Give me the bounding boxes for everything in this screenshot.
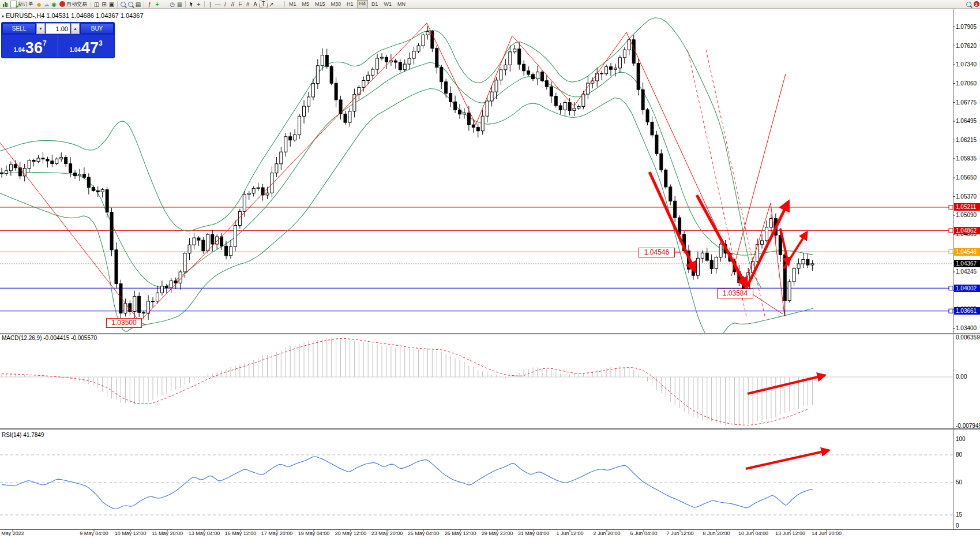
- price-callout-1.03584[interactable]: 1.03584: [717, 289, 753, 298]
- macd-tick-label: 0.00: [956, 373, 967, 380]
- time-axis-label: 29 May 23:00: [482, 530, 513, 536]
- timeframe-W1[interactable]: W1: [382, 1, 395, 8]
- timeframe-M5[interactable]: M5: [300, 1, 312, 8]
- text-icon[interactable]: A: [251, 1, 259, 8]
- time-axis-label: 6 Jun 04:00: [630, 530, 657, 536]
- auto-trading-button[interactable]: 自动交易: [58, 1, 89, 8]
- buy-button[interactable]: BUY: [80, 23, 114, 34]
- sell-button[interactable]: SELL: [2, 23, 36, 34]
- indicator-list-icon[interactable]: ƒ: [146, 1, 153, 8]
- add-indicator-icon[interactable]: +: [153, 1, 161, 8]
- crosshair-icon[interactable]: +: [195, 1, 202, 8]
- macd-label: MACD(12,26,9) -0.004415 -0.005570: [2, 335, 97, 341]
- timeframe-M1[interactable]: M1: [287, 1, 299, 8]
- price-tick-label: 1.06215: [956, 137, 977, 143]
- new-order-button[interactable]: 新订单: [9, 1, 35, 8]
- chart-title-text: EURUSD-,H4 1.04531 1.04686 1.04367 1.043…: [6, 12, 144, 19]
- timeframe-MN[interactable]: MN: [395, 1, 408, 8]
- time-axis-label: 10 Jun 04:00: [738, 530, 768, 536]
- timeframe-H1[interactable]: H1: [344, 1, 356, 8]
- time-axis-label: 17 May 20:00: [261, 530, 293, 536]
- dashed-channel-line: [706, 50, 765, 316]
- data-window-icon[interactable]: ▤: [134, 1, 142, 8]
- signal-icon[interactable]: ◉: [50, 1, 58, 8]
- cursor-icon[interactable]: [187, 1, 195, 8]
- level-anchor-square: [949, 229, 953, 233]
- price-callout-1.04546[interactable]: 1.04546: [639, 248, 675, 257]
- timeframe-M15[interactable]: M15: [313, 1, 328, 8]
- tile-windows-icon[interactable]: ◫: [93, 1, 100, 8]
- timeframe-D1[interactable]: D1: [369, 1, 381, 8]
- macd-tick-label: 0.006359: [956, 334, 980, 341]
- template-icon[interactable]: ▦: [176, 1, 183, 8]
- volume-input[interactable]: [46, 23, 70, 34]
- cloud-icon[interactable]: ☁: [43, 1, 50, 8]
- toolbar-separator: [117, 1, 118, 8]
- level-anchor-square: [949, 205, 953, 209]
- time-axis-label: 9 May 04:00: [80, 530, 108, 536]
- price-tick-label: 1.06775: [956, 99, 977, 106]
- horizontal-line-icon[interactable]: —: [214, 1, 221, 8]
- rsi-label: RSI(14) 41.7849: [2, 432, 44, 438]
- level-anchor-square: [949, 309, 953, 313]
- price-tick-label: 1.06495: [956, 118, 977, 124]
- price-tick-label: 1.03400: [956, 325, 977, 331]
- timeframe-H4[interactable]: H4: [357, 0, 369, 9]
- collapse-icon[interactable]: ▴: [2, 13, 4, 18]
- time-axis-label: 14 Jun 20:00: [812, 530, 842, 536]
- tile-grid-icon[interactable]: ⊞: [100, 1, 108, 8]
- cascade-windows-icon[interactable]: ▣: [108, 1, 115, 8]
- chart-window-icon[interactable]: [1, 1, 9, 8]
- toolbar-separator: [185, 1, 186, 8]
- eraser-icon[interactable]: ◆: [35, 1, 43, 8]
- one-click-trading-panel: SELL ▼ ▲ BUY 1.04 36 7 1.04 47 3: [1, 22, 115, 58]
- price-tick-label: 1.07060: [956, 80, 977, 87]
- buy-price-display[interactable]: 1.04 47 3: [58, 35, 114, 57]
- dropdown-icon[interactable]: [161, 1, 168, 8]
- vertical-line-icon[interactable]: |: [206, 1, 214, 8]
- main-toolbar: 新订单 ◆ ☁ ◉ 自动交易 ◫ ⊞ ▣ ▤ ƒ + ◷ ▦ + | — / /…: [0, 0, 980, 9]
- time-axis-label: 20 May 12:00: [335, 530, 367, 536]
- grid-icon[interactable]: #: [244, 1, 251, 8]
- text-label-icon[interactable]: T: [259, 1, 268, 8]
- zoom-out-icon[interactable]: [127, 1, 134, 8]
- zoom-in-icon[interactable]: [119, 1, 127, 8]
- volume-up-button[interactable]: ▲: [71, 23, 80, 34]
- fibonacci-icon[interactable]: F: [236, 1, 244, 8]
- arrows-tool-icon[interactable]: ↗: [268, 1, 275, 8]
- price-tick-label: 1.05650: [956, 174, 977, 181]
- time-axis-label: 1 Jun 12:00: [556, 530, 583, 536]
- time-axis-label: 23 May 20:00: [371, 530, 403, 536]
- search-icon[interactable]: [965, 1, 973, 8]
- volume-down-button[interactable]: ▼: [36, 23, 45, 34]
- sell-price-display[interactable]: 1.04 36 7: [2, 35, 58, 57]
- chart-canvas[interactable]: [0, 0, 980, 538]
- channel-icon[interactable]: //: [229, 1, 236, 8]
- trendline-icon[interactable]: /: [221, 1, 229, 8]
- rsi-tick-label: 15: [956, 511, 962, 518]
- current-price-badge: 1.04367: [954, 260, 980, 267]
- dropdown-icon[interactable]: [275, 1, 283, 8]
- time-axis-label: 11 May 20:00: [152, 530, 183, 536]
- buy-price-big: 47: [81, 41, 99, 55]
- chart-title: ▴ EURUSD-,H4 1.04531 1.04686 1.04367 1.0…: [2, 12, 144, 19]
- chart-frame: [0, 9, 980, 532]
- price-callout-1.03500[interactable]: 1.03500: [106, 318, 142, 328]
- toolbar-separator: [284, 1, 285, 8]
- level-anchor-square: [949, 250, 953, 254]
- new-order-label: 新订单: [18, 1, 33, 8]
- notification-icon[interactable]: 1: [973, 1, 980, 8]
- time-axis-label: 31 May 04:00: [518, 530, 550, 536]
- price-tick-label: 1.04245: [956, 268, 977, 275]
- timeframe-M30[interactable]: M30: [329, 1, 344, 8]
- new-order-icon: [10, 1, 17, 8]
- main-chart-panel: [0, 18, 953, 343]
- mt4-window: 新订单 ◆ ☁ ◉ 自动交易 ◫ ⊞ ▣ ▤ ƒ + ◷ ▦ + | — / /…: [0, 0, 980, 538]
- analysis-arrow: [697, 195, 747, 287]
- price-badge-1.05211: 1.05211: [954, 203, 980, 211]
- time-axis-label: 10 May 12:00: [115, 530, 147, 536]
- bollinger-middle: [0, 62, 813, 287]
- macd-panel: [0, 338, 953, 425]
- rsi-tick-label: 80: [956, 451, 962, 458]
- period-clock-icon[interactable]: ◷: [168, 1, 176, 8]
